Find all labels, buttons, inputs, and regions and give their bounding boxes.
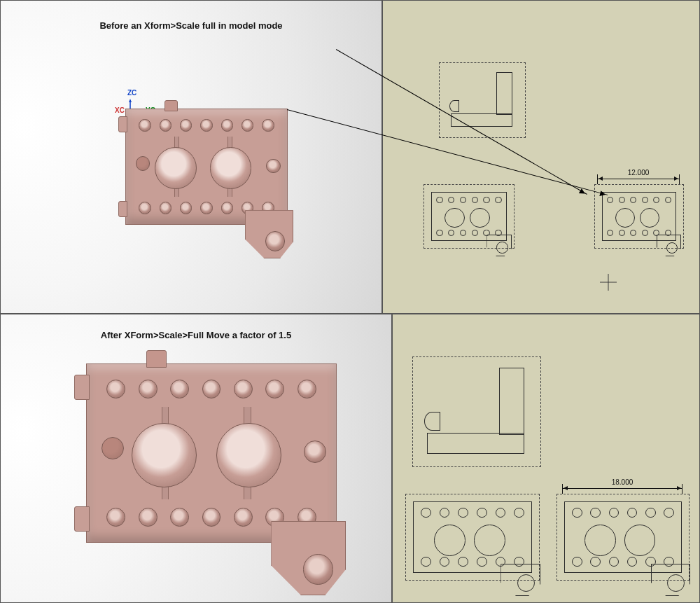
draft-left-view[interactable] [424,184,514,249]
draft-left-view[interactable] [405,494,540,581]
before-drafting-viewport[interactable]: 12.000 [382,0,700,314]
after-drafting-viewport[interactable]: 18.000 [392,314,700,603]
after-title: After XForm>Scale>Full Move a factor of … [1,330,391,340]
after-3d-viewport[interactable]: After XForm>Scale>Full Move a factor of … [0,314,392,603]
axis-z-label: ZC [127,89,136,97]
draft-right-view[interactable] [556,494,690,581]
dimension-before[interactable]: 12.000 [597,169,680,176]
dimension-value: 12.000 [628,169,650,176]
solid-model-after[interactable] [86,363,337,543]
crosshair-icon [600,274,617,291]
dimension-value: 18.000 [612,478,634,486]
before-3d-viewport[interactable]: Before an Xform>Scale full in model mode… [0,0,382,314]
draft-top-view[interactable] [439,62,526,138]
axis-x-label: XC [115,106,125,114]
before-title: Before an Xform>Scale full in model mode [1,20,382,31]
solid-model-before[interactable] [125,109,288,225]
draft-top-view[interactable] [412,356,541,467]
dimension-after[interactable]: 18.000 [562,478,682,486]
svg-marker-1 [129,99,132,102]
